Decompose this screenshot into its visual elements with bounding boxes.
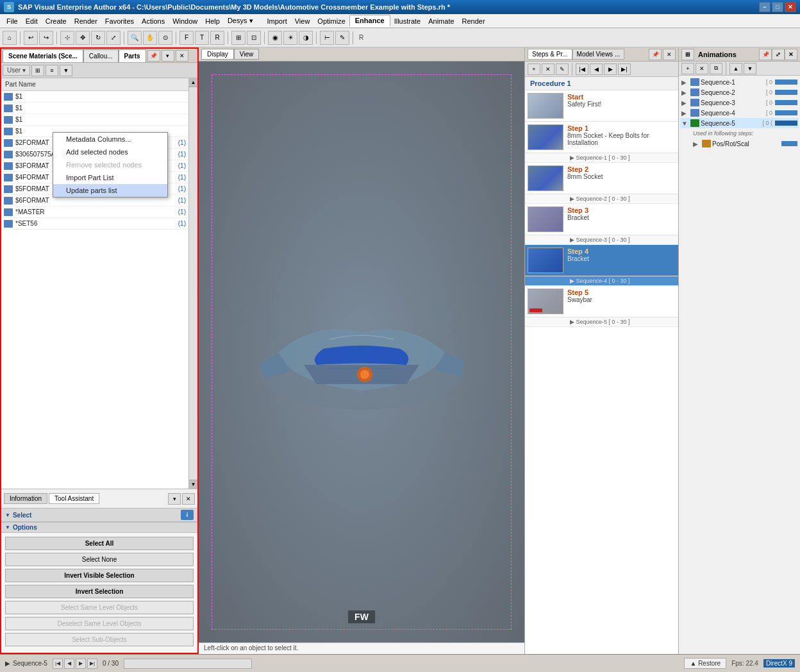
list-item[interactable]: *SET56(1) (1, 218, 188, 230)
steps-delete-btn[interactable]: ✕ (542, 63, 554, 75)
view-right-btn[interactable]: R (210, 31, 224, 45)
step-3[interactable]: Step 3 Bracket (525, 204, 678, 235)
anim-seq-2[interactable]: ▶ Sequence-2 [ 0 (680, 87, 799, 97)
panel-pin-btn[interactable]: 📌 (147, 50, 160, 62)
menu-help[interactable]: Help (201, 16, 224, 26)
anim-grid-btn[interactable]: ⊞ (681, 49, 694, 60)
anim-move-up-btn[interactable]: ▲ (729, 63, 742, 74)
tab-scene-materials[interactable]: Scene Materials (Sce... (3, 49, 83, 62)
tab-display[interactable]: Display (201, 49, 234, 60)
nav-next-btn[interactable]: ▶| (87, 659, 97, 669)
menu-illustrate[interactable]: Illustrate (390, 16, 425, 26)
pan-btn[interactable]: ✋ (143, 31, 157, 45)
anim-seq-5-expand[interactable]: ▼ (681, 120, 689, 127)
anim-seq-3-expand[interactable]: ▶ (681, 99, 689, 106)
menu-create[interactable]: Create (42, 16, 71, 26)
ctx-update-parts-list[interactable]: Update parts list (53, 184, 167, 197)
anim-seq-5[interactable]: ▼ Sequence-5 [ 0 ( (680, 118, 799, 128)
ctx-metadata-columns[interactable]: Metadata Columns... (53, 133, 167, 146)
menu-render[interactable]: Render (71, 16, 101, 26)
steps-prev-btn[interactable]: |◀ (576, 63, 588, 75)
tab-view[interactable]: View (234, 49, 260, 60)
invert-visible-selection-button[interactable]: Invert Visible Selection (5, 569, 194, 582)
menu-favorites[interactable]: Favorites (101, 16, 138, 26)
step-5[interactable]: Step 5 Swaybar (525, 286, 678, 317)
tab-parts[interactable]: Parts (119, 49, 146, 62)
anim-add-btn[interactable]: + (681, 63, 694, 74)
restore-button[interactable]: □ (772, 2, 783, 12)
panel-close-btn[interactable]: ✕ (176, 50, 188, 62)
viewport-canvas[interactable]: FW (199, 62, 524, 643)
anim-seq-4[interactable]: ▶ Sequence-4 [ 0 (680, 108, 799, 118)
step-1[interactable]: Step 1 8mm Socket - Keep Bolts for Insta… (525, 122, 678, 153)
anim-seq-5-child-pos[interactable]: ▶ Pos/Rot/Scal (680, 139, 799, 149)
parts-scrollbar[interactable]: ▲ ▼ (188, 78, 197, 489)
annotate-btn[interactable]: ✎ (335, 31, 349, 45)
anim-seq-4-expand[interactable]: ▶ (681, 110, 689, 117)
menu-window[interactable]: Window (169, 16, 201, 26)
list-item[interactable]: *MASTER(1) (1, 206, 188, 218)
select-collapse-icon[interactable]: ▼ (5, 512, 10, 518)
menu-desys[interactable]: Desys ▾ (224, 15, 257, 26)
view-top-btn[interactable]: T (195, 31, 209, 45)
undo-btn[interactable]: ↩ (24, 31, 38, 45)
shadow-btn[interactable]: ◑ (299, 31, 313, 45)
scale-btn[interactable]: ⤢ (106, 31, 121, 45)
anim-seq-2-expand[interactable]: ▶ (681, 89, 689, 96)
tab-callouts[interactable]: Callou... (83, 49, 119, 62)
zoom-btn[interactable]: 🔍 (128, 31, 142, 45)
menu-edit[interactable]: Edit (22, 16, 42, 26)
menu-import[interactable]: Import (263, 16, 291, 26)
render-mode-btn[interactable]: ◉ (268, 31, 282, 45)
step-2[interactable]: Step 2 8mm Socket (525, 163, 678, 194)
nav-play-btn[interactable]: ▶ (76, 659, 86, 669)
anim-close-btn[interactable]: ✕ (785, 49, 797, 60)
select-none-button[interactable]: Select None (5, 553, 194, 566)
steps-edit-btn[interactable]: ✎ (556, 63, 569, 75)
menu-enhance[interactable]: Enhance (349, 15, 390, 27)
menu-file[interactable]: File (3, 16, 22, 26)
view-front-btn[interactable]: F (179, 31, 194, 45)
scroll-up-btn[interactable]: ▲ (189, 78, 197, 87)
anim-seq-1[interactable]: ▶ Sequence-1 [ 0 (680, 77, 799, 87)
tab-steps-procedures[interactable]: Steps & Pr... (528, 49, 572, 60)
nav-prev-btn[interactable]: ◀ (64, 659, 74, 669)
parts-list-view[interactable]: ≡ (46, 65, 58, 76)
user-dropdown[interactable]: User ▾ (3, 65, 30, 76)
close-button[interactable]: ✕ (785, 2, 796, 12)
nav-first-btn[interactable]: |◀ (53, 659, 63, 669)
options-collapse-icon[interactable]: ▼ (5, 525, 10, 530)
redo-btn[interactable]: ↪ (39, 31, 53, 45)
ctx-add-selected[interactable]: Add selected nodes (53, 146, 167, 158)
minimize-button[interactable]: − (759, 2, 771, 12)
list-item[interactable]: $1 (1, 114, 188, 126)
move-btn[interactable]: ✥ (76, 31, 90, 45)
list-item[interactable]: $1 (1, 103, 188, 114)
menu-actions[interactable]: Actions (138, 16, 169, 26)
anim-seq-3[interactable]: ▶ Sequence-3 [ 0 (680, 97, 799, 108)
list-item[interactable]: $1 (1, 91, 188, 103)
anim-pos-expand[interactable]: ▶ (693, 140, 701, 147)
tool-dropdown-btn[interactable]: ▾ (168, 493, 181, 505)
home-btn[interactable]: ⌂ (3, 31, 17, 45)
steps-next-btn[interactable]: ▶| (618, 63, 631, 75)
select-all-button[interactable]: Select All (5, 537, 194, 550)
tab-model-views[interactable]: Model Views ... (572, 49, 625, 60)
scroll-down-btn[interactable]: ▼ (189, 480, 197, 489)
orbit-btn[interactable]: ⊙ (158, 31, 172, 45)
tab-information[interactable]: Information (4, 493, 47, 504)
anim-seq-1-expand[interactable]: ▶ (681, 79, 689, 86)
menu-render2[interactable]: Render (458, 16, 489, 26)
steps-pin-btn[interactable]: 📌 (649, 49, 662, 60)
anim-move-down-btn[interactable]: ▼ (744, 63, 756, 74)
anim-delete-btn[interactable]: ✕ (696, 63, 708, 74)
menu-optimize[interactable]: Optimize (313, 16, 349, 26)
select-btn[interactable]: ⊹ (60, 31, 74, 45)
step-start[interactable]: Start Safety First! (525, 90, 678, 122)
anim-expand-btn[interactable]: ⤢ (772, 49, 785, 60)
parts-grid-view[interactable]: ⊞ (31, 65, 44, 76)
rotate-btn[interactable]: ↻ (91, 31, 105, 45)
menu-animate[interactable]: Animate (424, 16, 458, 26)
tool-close-btn[interactable]: ✕ (182, 493, 195, 505)
tab-tool-assistant[interactable]: Tool Assistant (49, 493, 99, 504)
